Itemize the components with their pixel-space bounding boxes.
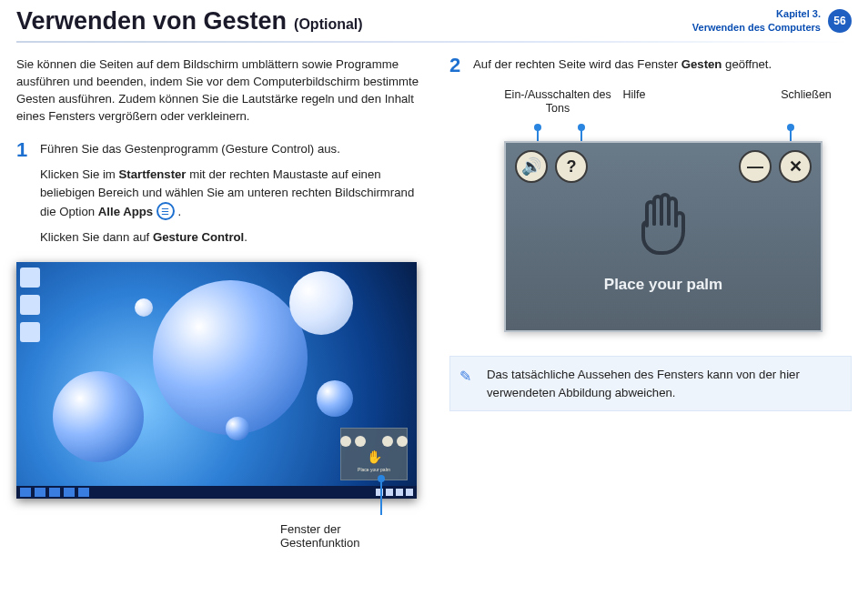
step-number-1: 1 <box>16 140 31 255</box>
step1-line2: Klicken Sie im Startfenster mit der rech… <box>40 166 419 221</box>
gesture-window: 🔊 ? — ✕ Place your palm <box>504 141 823 332</box>
step1-line1: Führen Sie das Gestenprogramm (Gesture C… <box>40 140 419 158</box>
hand-icon: ✋ <box>367 449 382 464</box>
intro-text: Sie können die Seiten auf dem Bildschirm… <box>16 56 419 126</box>
close-button[interactable]: ✕ <box>779 150 812 183</box>
minimize-button[interactable]: — <box>739 150 772 183</box>
callout-lines <box>504 117 852 141</box>
sound-toggle-button[interactable]: 🔊 <box>515 150 548 183</box>
note-text: Das tatsächliche Aussehen des Fensters k… <box>487 366 838 400</box>
place-palm-text: Place your palm <box>506 276 821 294</box>
page-title: Verwenden von Gesten <box>16 7 287 35</box>
chapter-subtitle: Verwenden des Computers <box>692 21 821 35</box>
callout-line <box>16 502 419 528</box>
page-number-badge: 56 <box>828 9 852 33</box>
label-close: Schließen <box>770 88 843 116</box>
all-apps-icon <box>156 202 175 220</box>
desktop-icons <box>20 268 40 342</box>
step1-line3: Klicken Sie dann auf Gesture Control. <box>40 228 419 247</box>
step2-line: Auf der rechten Seite wird das Fenster G… <box>473 56 772 74</box>
mini-place-text: Place your palm <box>358 467 390 472</box>
note-box: ✎ Das tatsächliche Aussehen des Fensters… <box>449 356 852 410</box>
chapter-label: Kapitel 3. <box>776 7 821 21</box>
note-icon: ✎ <box>459 366 471 387</box>
taskbar <box>16 486 417 499</box>
label-help: Hilfe <box>611 88 657 116</box>
step-number-2: 2 <box>449 56 464 81</box>
label-sound-toggle: Ein-/Ausschalten des Tons <box>504 88 611 116</box>
header-divider <box>16 41 852 43</box>
desktop-screenshot: ✋ Place your palm <box>16 262 417 499</box>
page-title-optional: (Optional) <box>294 16 363 33</box>
gesture-window-mini: ✋ Place your palm <box>340 428 408 480</box>
hand-icon <box>634 189 692 262</box>
help-button[interactable]: ? <box>555 150 588 183</box>
